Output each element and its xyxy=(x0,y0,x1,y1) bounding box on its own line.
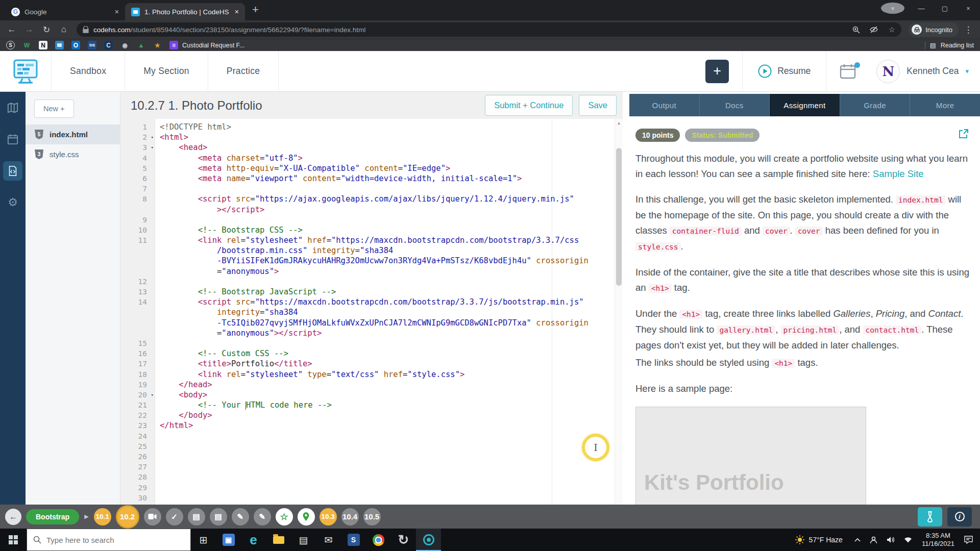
tab-close-icon[interactable]: × xyxy=(115,8,119,16)
create-new-button[interactable]: + xyxy=(705,60,729,83)
scrollbar-thumb[interactable] xyxy=(616,148,622,286)
sample-site-link[interactable]: Sample Site xyxy=(873,168,924,179)
code-line[interactable]: <head> xyxy=(155,142,207,153)
menu-kebab-icon[interactable]: ⋮ xyxy=(961,22,976,37)
code-line[interactable]: ="anonymous"> xyxy=(155,266,279,277)
zoom-icon[interactable] xyxy=(849,23,863,36)
tab-output[interactable]: Output xyxy=(629,94,699,116)
task-view-icon[interactable]: ⊞ xyxy=(191,529,216,551)
fold-arrow-icon[interactable]: ▾ xyxy=(151,132,154,142)
file-item-index.html[interactable]: 5index.html xyxy=(26,124,120,144)
codehs-logo[interactable] xyxy=(0,51,52,91)
video-app-icon[interactable]: ▣ xyxy=(216,529,241,551)
reload-icon[interactable]: ↻ xyxy=(39,22,54,37)
nav-sandbox[interactable]: Sandbox xyxy=(52,51,125,91)
network-icon[interactable] xyxy=(899,537,917,543)
code-line[interactable] xyxy=(155,277,160,287)
weather-widget[interactable]: 57°F Haze xyxy=(788,535,850,544)
code-line[interactable]: <link rel="stylesheet" type="text/css" h… xyxy=(155,369,464,380)
loader-icon[interactable]: ↻ xyxy=(391,529,416,551)
bookmark-favicon[interactable]: S xyxy=(6,41,15,49)
code-line[interactable]: <meta http-equiv="X-UA-Compatible" conte… xyxy=(155,163,450,173)
code-line[interactable]: </body> xyxy=(155,410,212,420)
nav-my-section[interactable]: My Section xyxy=(125,51,208,91)
code-line[interactable] xyxy=(155,441,160,452)
edge-icon[interactable]: e xyxy=(241,529,266,551)
file-item-style.css[interactable]: 3style.css xyxy=(26,144,120,164)
code-line[interactable]: <script src="https://maxcdn.bootstrapcdn… xyxy=(155,297,584,307)
home-icon[interactable]: ⌂ xyxy=(56,22,71,37)
code-line[interactable] xyxy=(155,215,160,225)
save-button[interactable]: Save xyxy=(579,95,617,116)
bookmark-label[interactable]: Custodial Request F... xyxy=(182,42,244,49)
people-icon[interactable] xyxy=(865,536,882,544)
close-button[interactable]: × xyxy=(957,5,980,12)
editor-scrollbar[interactable]: ▲ xyxy=(615,119,623,505)
code-line[interactable]: <html> xyxy=(155,132,188,142)
code-line[interactable]: ></script> xyxy=(155,205,264,215)
module-badge[interactable]: Bootstrap xyxy=(26,509,79,524)
search-input[interactable] xyxy=(46,536,169,544)
fold-arrow-icon[interactable]: ▾ xyxy=(151,390,154,400)
browser-tab-codehs[interactable]: 1. Photo Portfolio | CodeHS × xyxy=(125,3,245,20)
code-line[interactable] xyxy=(155,462,160,472)
bookmark-favicon[interactable]: ◉ xyxy=(120,41,129,49)
bookmark-favicon[interactable]: ▲ xyxy=(137,41,145,49)
bookmark-favicon[interactable]: SIS xyxy=(88,41,96,49)
bookmark-favicon[interactable]: C xyxy=(104,41,113,49)
lesson-item-pin-icon[interactable] xyxy=(298,508,315,525)
reading-list[interactable]: ▤ Reading list xyxy=(925,41,974,49)
code-line[interactable]: <!-- Bootstrap JavaScript --> xyxy=(155,287,336,297)
code-line[interactable]: -Tc5IQib027qvyjSMfHjOMaLkfuWVxZxUPnCJA7l… xyxy=(155,318,589,328)
lesson-badge-10.2[interactable]: 10.2 xyxy=(116,505,139,529)
lesson-badge-10.1[interactable]: 10.1 xyxy=(94,508,111,525)
file-explorer-icon[interactable] xyxy=(266,529,291,551)
code-line[interactable] xyxy=(155,431,160,441)
bookmark-favicon[interactable]: W xyxy=(22,41,31,49)
code-line[interactable]: <body> xyxy=(155,390,207,400)
new-tab-button[interactable]: + xyxy=(252,3,259,16)
lesson-item-pencil-icon[interactable]: ✎ xyxy=(232,508,249,525)
forward-icon[interactable]: → xyxy=(21,22,37,37)
bookmark-favicon[interactable]: O xyxy=(71,41,80,49)
code-line[interactable] xyxy=(155,493,160,503)
sandbox-flask-button[interactable] xyxy=(918,507,942,527)
code-line[interactable] xyxy=(155,483,160,493)
bookmark-favicon[interactable]: N xyxy=(39,41,47,49)
clock[interactable]: 8:35 AM 11/16/2021 xyxy=(917,532,960,548)
url-text[interactable]: codehs.com/student/859440/section/238150… xyxy=(93,26,845,34)
code-line[interactable]: <!-- Your HTML code here --> xyxy=(155,400,332,410)
recorder-icon[interactable] xyxy=(416,529,441,551)
lesson-item-doc-icon[interactable]: ▤ xyxy=(188,508,205,525)
bookmark-star-icon[interactable]: ☆ xyxy=(885,23,898,36)
lesson-back-button[interactable]: ← xyxy=(5,509,21,525)
info-button[interactable]: i xyxy=(947,507,972,527)
lesson-item-doc-icon[interactable]: ▤ xyxy=(210,508,227,525)
back-icon[interactable]: ← xyxy=(4,22,19,37)
tab-docs[interactable]: Docs xyxy=(699,94,770,116)
code-line[interactable]: </head> xyxy=(155,380,212,390)
lesson-item-video-icon[interactable] xyxy=(144,508,161,525)
bookmark-favicon[interactable]: ≡ xyxy=(169,41,178,49)
eye-off-icon[interactable] xyxy=(867,23,880,36)
profile-icon[interactable]: ▾ xyxy=(881,3,904,14)
calendar-rail-icon[interactable] xyxy=(3,130,22,149)
bookmark-favicon[interactable] xyxy=(55,41,64,49)
code-line[interactable] xyxy=(155,452,160,462)
lesson-item-check-icon[interactable]: ✓ xyxy=(166,508,183,525)
code-line[interactable]: <!-- Custom CSS --> xyxy=(155,348,288,359)
maximize-button[interactable]: ▢ xyxy=(933,5,957,12)
start-button[interactable] xyxy=(0,529,27,551)
code-line[interactable] xyxy=(155,338,160,348)
code-line[interactable]: ="anonymous"></script> xyxy=(155,328,322,338)
minimize-button[interactable]: — xyxy=(910,5,933,12)
scroll-up-icon[interactable]: ▲ xyxy=(615,119,623,127)
bookmark-favicon[interactable]: ★ xyxy=(153,41,162,49)
code-line[interactable]: -BVYiiSIFeK1dGmJRAkycuHAHRg32OmUcww7on3R… xyxy=(155,256,589,266)
code-line[interactable]: <!DOCTYPE html> xyxy=(155,122,231,132)
code-editor-icon[interactable] xyxy=(3,161,22,181)
fold-arrow-icon[interactable]: ▾ xyxy=(151,142,154,153)
volume-icon[interactable] xyxy=(882,536,899,543)
user-menu[interactable]: N Kenneth Cea ▾ xyxy=(869,51,980,91)
tab-close-icon[interactable]: × xyxy=(235,8,239,16)
